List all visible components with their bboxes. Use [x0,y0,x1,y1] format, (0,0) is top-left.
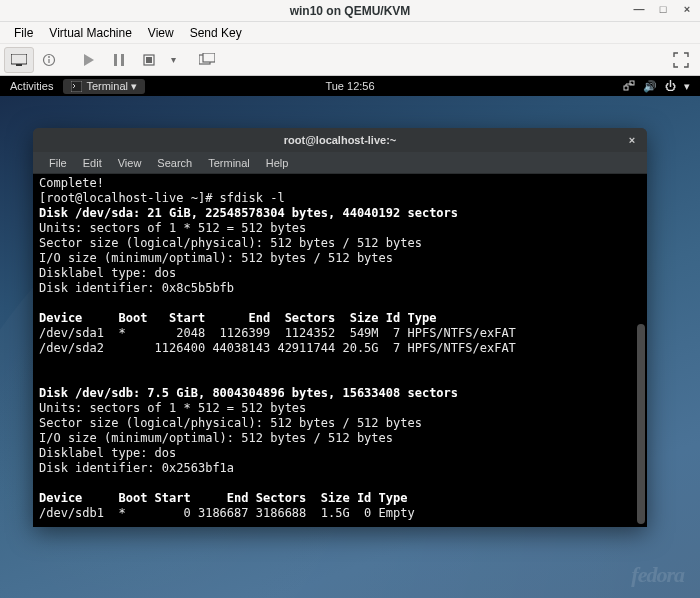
show-console-button[interactable] [4,47,34,73]
svg-rect-9 [146,57,152,63]
host-menu-vm[interactable]: Virtual Machine [41,23,140,43]
terminal-scrollbar[interactable] [637,324,645,524]
host-close-button[interactable]: × [680,3,694,15]
host-titlebar: win10 on QEMU/KVM — □ × [0,0,700,22]
host-menu-file[interactable]: File [6,23,41,43]
terminal-close-button[interactable]: × [625,133,639,147]
term-menu-search[interactable]: Search [149,154,200,172]
fedora-watermark: fedora [631,562,684,588]
show-details-button[interactable] [34,47,64,73]
svg-point-4 [48,56,50,58]
terminal-body[interactable]: Complete! [root@localhost-live ~]# sfdis… [33,174,647,527]
shutdown-menu-button[interactable]: ▾ [164,47,182,73]
pause-button[interactable] [104,47,134,73]
host-menubar: File Virtual Machine View Send Key [0,22,700,44]
volume-icon: 🔊 [643,80,657,93]
caret-down-icon: ▾ [684,80,690,93]
fullscreen-button[interactable] [666,47,696,73]
terminal-icon [71,81,82,92]
svg-rect-6 [114,54,117,66]
gnome-system-menu[interactable]: 🔊 ⏻ ▾ [623,80,690,93]
terminal-window: root@localhost-live:~ × File Edit View S… [33,128,647,527]
shutdown-button[interactable] [134,47,164,73]
terminal-title: root@localhost-live:~ [284,134,397,146]
terminal-output: Complete! [root@localhost-live ~]# sfdis… [39,176,641,521]
host-toolbar: ▾ [0,44,700,76]
app-menu-label: Terminal ▾ [86,80,137,93]
host-window-title: win10 on QEMU/KVM [290,4,411,18]
svg-marker-5 [84,54,94,66]
gnome-clock[interactable]: Tue 12:56 [325,80,374,92]
network-icon [623,80,635,93]
svg-rect-0 [11,54,27,64]
guest-screen: Activities Terminal ▾ Tue 12:56 🔊 ⏻ ▾ ro… [0,76,700,598]
host-minimize-button[interactable]: — [632,3,646,15]
host-maximize-button[interactable]: □ [656,3,670,15]
gnome-top-bar: Activities Terminal ▾ Tue 12:56 🔊 ⏻ ▾ [0,76,700,96]
power-icon: ⏻ [665,80,676,92]
term-menu-file[interactable]: File [41,154,75,172]
terminal-titlebar[interactable]: root@localhost-live:~ × [33,128,647,152]
terminal-menubar: File Edit View Search Terminal Help [33,152,647,174]
svg-rect-11 [203,53,215,62]
term-menu-terminal[interactable]: Terminal [200,154,258,172]
term-menu-help[interactable]: Help [258,154,297,172]
term-menu-edit[interactable]: Edit [75,154,110,172]
svg-rect-3 [48,59,49,63]
run-button[interactable] [74,47,104,73]
term-menu-view[interactable]: View [110,154,150,172]
app-menu-button[interactable]: Terminal ▾ [63,79,145,94]
snapshots-button[interactable] [192,47,222,73]
svg-rect-12 [71,81,82,92]
svg-rect-13 [624,86,628,90]
activities-button[interactable]: Activities [10,80,53,92]
host-menu-view[interactable]: View [140,23,182,43]
host-menu-sendkey[interactable]: Send Key [182,23,250,43]
svg-rect-1 [16,64,22,66]
svg-rect-7 [121,54,124,66]
